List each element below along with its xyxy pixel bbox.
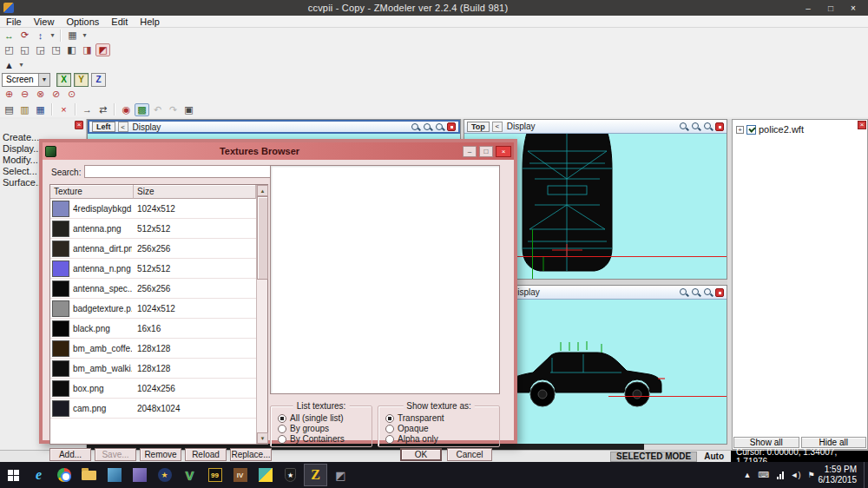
move-tool-icon[interactable]: ↔	[2, 29, 16, 42]
table-row[interactable]: antenna.png 512x512	[50, 219, 256, 239]
axis-z-button[interactable]: Z	[91, 73, 106, 87]
maximize-viewport-icon[interactable]	[715, 122, 724, 131]
reload-button[interactable]: Reload	[185, 448, 227, 461]
primitive-tool-icon[interactable]: ▲	[2, 58, 16, 71]
show-desktop-button[interactable]	[864, 462, 868, 488]
zoom-icon[interactable]	[679, 287, 688, 297]
radio-opaque[interactable]: Opaque	[385, 424, 499, 433]
table-row[interactable]: bm_amb_walki... 128x128	[50, 359, 256, 379]
expander-icon[interactable]: +	[736, 126, 744, 134]
taskbar-ie-icon[interactable]: e	[27, 464, 50, 486]
scroll-up-icon[interactable]: ▲	[257, 185, 268, 196]
face-mode-icon[interactable]: ◲	[33, 43, 48, 56]
maximize-button[interactable]: □	[819, 1, 842, 15]
clock[interactable]: 1:59 PM 6/13/2015	[819, 465, 858, 485]
taskbar-iv-app-icon[interactable]: IV	[228, 464, 252, 486]
viewport-name-button[interactable]: Left	[92, 122, 115, 132]
viewport-name-button[interactable]: Top	[467, 122, 490, 132]
uv-mode-icon[interactable]: ◩	[95, 43, 110, 56]
surface-mode-icon[interactable]: ◧	[64, 43, 79, 56]
radio-all-single-list[interactable]: All (single list)	[278, 413, 372, 423]
redo-icon[interactable]: ↷	[166, 103, 181, 116]
undo-icon[interactable]: ↶	[150, 103, 165, 116]
search-input[interactable]	[84, 165, 273, 178]
taskbar-maps-icon[interactable]	[253, 464, 277, 486]
dropdown-arrow-icon[interactable]: ▾	[81, 29, 89, 42]
vertex-mode-icon[interactable]: ◰	[2, 43, 16, 56]
network-icon[interactable]	[777, 472, 784, 479]
viewport-back-button[interactable]: <	[118, 122, 128, 132]
export-icon[interactable]: ⇄	[95, 103, 110, 116]
viewport-mode-dropdown[interactable]: Display	[505, 122, 536, 131]
column-size[interactable]: Size	[134, 185, 256, 199]
texture-preview-area[interactable]	[270, 165, 500, 394]
taskbar-zmodeler-icon[interactable]: Z	[304, 464, 327, 486]
dialog-maximize-button[interactable]: □	[479, 146, 493, 157]
auto-label[interactable]: Auto	[704, 452, 724, 461]
zoom-icon[interactable]	[411, 122, 420, 132]
edge-mode-icon[interactable]: ◱	[17, 43, 32, 56]
taskbar-model-tool-icon[interactable]: ◩	[329, 464, 352, 486]
textures-browser-icon[interactable]: ▩	[135, 103, 149, 116]
table-row[interactable]: antenna_n.png 512x512	[50, 259, 256, 279]
viewport-mode-dropdown[interactable]: Display	[131, 122, 161, 132]
column-texture[interactable]: Texture	[50, 185, 134, 199]
table-row[interactable]: 4redisplaybkgd... 1024x512	[50, 199, 256, 219]
zoom-extents-icon[interactable]	[435, 122, 444, 132]
material-editor-icon[interactable]: ◉	[119, 103, 134, 116]
scale-tool-icon[interactable]: ↕	[33, 29, 48, 42]
new-file-icon[interactable]: ▤	[2, 103, 16, 116]
zoom-extents-icon[interactable]	[703, 287, 713, 297]
radio-icon[interactable]	[278, 425, 286, 433]
remove-button[interactable]: Remove	[140, 448, 181, 461]
radio-by-groups[interactable]: By groups	[278, 424, 372, 433]
taskbar-shield-icon[interactable]: ★	[279, 464, 302, 486]
menu-view[interactable]: View	[28, 16, 61, 27]
zoom-region-icon[interactable]	[691, 122, 700, 131]
dialog-title-bar[interactable]: Textures Browser – □ ×	[43, 142, 514, 160]
panel-close-icon[interactable]: ×	[858, 121, 866, 129]
radio-alpha-only[interactable]: Alpha only	[385, 434, 499, 444]
object-mode-icon[interactable]: ◨	[80, 43, 95, 56]
scrollbar-thumb[interactable]	[257, 196, 268, 280]
hidden-icons-chevron[interactable]: ▲	[744, 471, 752, 479]
slice-tool-icon[interactable]: ⊘	[49, 88, 63, 101]
menu-options[interactable]: Options	[60, 16, 105, 27]
start-button[interactable]	[2, 464, 25, 486]
maximize-viewport-icon[interactable]	[715, 288, 724, 297]
radio-transparent[interactable]: Transparent	[385, 413, 499, 423]
table-row[interactable]: badgetexture.p... 1024x512	[50, 299, 256, 319]
keyboard-icon[interactable]: ⌨	[759, 471, 770, 479]
radio-icon[interactable]	[385, 425, 394, 433]
mirror-tool-icon[interactable]: ⊗	[33, 88, 48, 101]
replace-button[interactable]: Replace...	[230, 448, 272, 461]
dialog-minimize-button[interactable]: –	[463, 146, 477, 157]
dropdown-arrow-icon[interactable]: ▾	[17, 58, 25, 71]
scrollbar[interactable]: ▲ ▼	[256, 185, 267, 444]
menu-edit[interactable]: Edit	[105, 16, 134, 27]
extrude-tool-icon[interactable]: ⊙	[64, 88, 79, 101]
zoom-region-icon[interactable]	[691, 287, 700, 297]
radio-icon[interactable]	[278, 414, 286, 423]
zoom-icon[interactable]	[679, 122, 688, 131]
radio-icon[interactable]	[385, 435, 394, 444]
detach-tool-icon[interactable]: ⊖	[17, 88, 32, 101]
table-row[interactable]: black.png 16x16	[50, 319, 256, 339]
taskbar-v-app-icon[interactable]: V	[178, 464, 201, 486]
ok-button[interactable]: OK	[400, 448, 442, 461]
taskbar-badge-icon[interactable]: ★	[153, 464, 176, 486]
table-row[interactable]: box.png 1024x256	[50, 379, 256, 399]
scroll-down-icon[interactable]: ▼	[257, 432, 268, 444]
weld-tool-icon[interactable]: ⊕	[2, 88, 16, 101]
zoom-extents-icon[interactable]	[703, 122, 713, 131]
taskbar-photos-icon[interactable]	[102, 464, 126, 486]
render-icon[interactable]: ▣	[181, 103, 196, 116]
rotate-tool-icon[interactable]: ⟳	[17, 29, 32, 42]
screen-space-dropdown[interactable]: Screen ▼	[2, 73, 50, 87]
cancel-button[interactable]: Cancel	[447, 448, 492, 461]
dropdown-arrow-icon[interactable]: ▾	[49, 29, 56, 42]
taskbar-chrome-icon[interactable]	[52, 464, 76, 486]
viewport-back-button[interactable]: <	[492, 122, 503, 132]
table-row[interactable]: cam.png 2048x1024	[50, 399, 256, 419]
table-row[interactable]: bm_amb_coffe... 128x128	[50, 339, 256, 359]
